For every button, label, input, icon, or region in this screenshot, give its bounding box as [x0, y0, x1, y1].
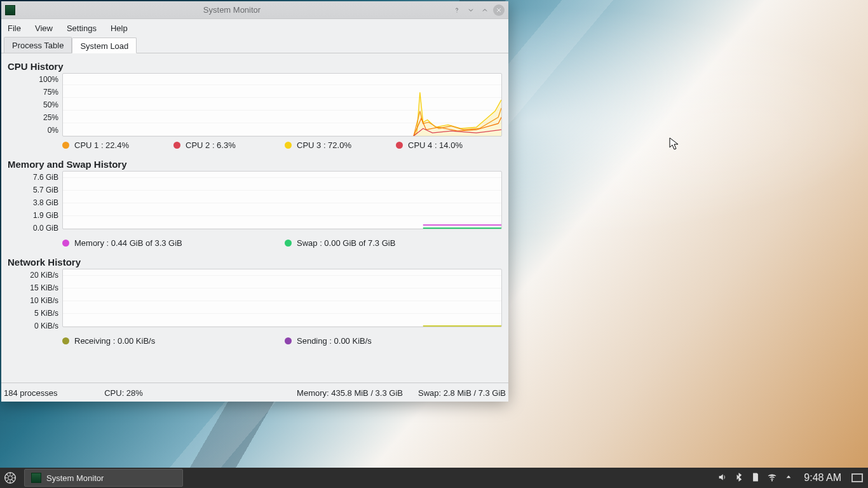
- mem-yticks: 7.6 GiB 5.7 GiB 3.8 GiB 1.9 GiB 0.0 GiB: [8, 171, 62, 234]
- system-tray: 9:48 AM: [717, 472, 868, 484]
- close-button[interactable]: [493, 4, 505, 16]
- window-title: System Monitor: [15, 5, 449, 15]
- svg-line-13: [12, 474, 14, 476]
- network-chart: 20 KiB/s 15 KiB/s 10 KiB/s 5 KiB/s 0 KiB…: [8, 269, 502, 332]
- status-swap: Swap: 2.8 MiB / 7.3 GiB: [418, 388, 506, 398]
- memory-chart: 7.6 GiB 5.7 GiB 3.8 GiB 1.9 GiB 0.0 GiB: [8, 171, 502, 234]
- dot-icon: [62, 240, 69, 247]
- help-button[interactable]: [451, 4, 463, 16]
- network-legend: Receiving : 0.00 KiB/s Sending : 0.00 Ki…: [8, 332, 502, 352]
- bluetooth-icon[interactable]: [734, 472, 744, 484]
- desktop: System Monitor File View Settings Help P…: [0, 0, 868, 488]
- dot-icon: [62, 337, 69, 344]
- network-history-title: Network History: [8, 257, 502, 268]
- clock[interactable]: 9:48 AM: [800, 472, 845, 484]
- dot-icon: [396, 142, 403, 149]
- cpu-history-title: CPU History: [8, 61, 502, 72]
- cursor-icon: [669, 137, 681, 151]
- taskbar-item-system-monitor[interactable]: System Monitor: [24, 469, 183, 487]
- status-bar: 184 processes CPU: 28% Memory: 435.8 MiB…: [1, 383, 508, 402]
- cpu-yticks: 100% 75% 50% 25% 0%: [8, 73, 62, 137]
- status-cpu: CPU: 28%: [73, 388, 175, 398]
- svg-point-5: [8, 476, 13, 480]
- tab-process-table[interactable]: Process Table: [4, 37, 72, 53]
- cpu-plot: [62, 73, 502, 137]
- network-icon[interactable]: [767, 472, 777, 484]
- show-desktop-button[interactable]: [851, 473, 863, 482]
- svg-point-0: [457, 11, 458, 12]
- dot-icon: [285, 240, 292, 247]
- app-icon: [31, 473, 41, 483]
- dot-icon: [285, 142, 292, 149]
- svg-point-15: [772, 480, 773, 480]
- tab-bar: Process Table System Load: [1, 37, 508, 53]
- menu-settings[interactable]: Settings: [67, 24, 97, 33]
- taskbar-item-label: System Monitor: [46, 473, 104, 483]
- net-yticks: 20 KiB/s 15 KiB/s 10 KiB/s 5 KiB/s 0 KiB…: [8, 269, 62, 332]
- network-plot: [62, 269, 502, 327]
- status-memory: Memory: 435.8 MiB / 3.3 GiB: [297, 388, 403, 398]
- tray-expand-icon[interactable]: [783, 472, 794, 484]
- volume-icon[interactable]: [717, 472, 728, 484]
- disk-icon[interactable]: [750, 472, 761, 484]
- svg-rect-14: [755, 475, 757, 476]
- taskbar: System Monitor 9:48 AM: [0, 468, 868, 488]
- menu-help[interactable]: Help: [111, 24, 128, 33]
- dot-icon: [62, 142, 69, 149]
- menu-view[interactable]: View: [35, 24, 53, 33]
- dot-icon: [173, 142, 180, 149]
- svg-line-12: [6, 480, 8, 482]
- memory-plot: [62, 171, 502, 229]
- system-monitor-window: System Monitor File View Settings Help P…: [1, 1, 508, 402]
- cpu-chart: 100% 75% 50% 25% 0%: [8, 73, 502, 137]
- svg-line-10: [6, 474, 8, 476]
- tab-system-load[interactable]: System Load: [72, 37, 137, 53]
- menubar: File View Settings Help: [1, 19, 508, 37]
- start-button[interactable]: [0, 468, 20, 488]
- svg-line-11: [12, 480, 14, 482]
- menu-file[interactable]: File: [8, 24, 21, 33]
- memory-legend: Memory : 0.44 GiB of 3.3 GiB Swap : 0.00…: [8, 234, 502, 254]
- maximize-button[interactable]: [479, 4, 491, 16]
- content-area: CPU History 100% 75% 50% 25% 0%: [1, 53, 508, 383]
- memory-history-title: Memory and Swap History: [8, 159, 502, 170]
- minimize-button[interactable]: [465, 4, 477, 16]
- dot-icon: [285, 337, 292, 344]
- status-processes: 184 processes: [4, 388, 58, 398]
- titlebar[interactable]: System Monitor: [1, 1, 508, 19]
- cpu-legend: CPU 1 : 22.4% CPU 2 : 6.3% CPU 3 : 72.0%…: [8, 137, 502, 156]
- app-icon: [5, 5, 15, 15]
